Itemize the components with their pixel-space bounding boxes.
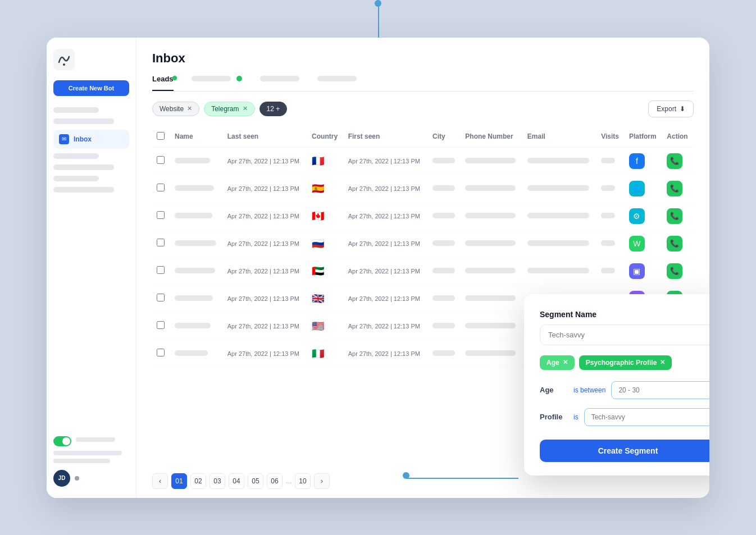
segment-tag-psychographic-close[interactable]: ✕: [660, 359, 665, 366]
name-skeleton-0: [175, 158, 210, 163]
filter-chip-more[interactable]: 12 +: [259, 102, 288, 116]
col-last-seen: Last seen: [223, 126, 307, 148]
name-skeleton-4: [175, 268, 215, 273]
pagination-page-1[interactable]: 01: [171, 473, 187, 489]
segment-tag-age-close[interactable]: ✕: [563, 359, 568, 366]
first-seen-3: Apr 27th, 2022 | 12:13 PM: [344, 230, 428, 257]
pagination-prev[interactable]: ‹: [152, 473, 168, 489]
toggle-switch[interactable]: [53, 436, 71, 446]
row-checkbox-4[interactable]: [157, 266, 165, 274]
profile-filter-input[interactable]: [584, 408, 709, 426]
name-skeleton-7: [175, 350, 208, 356]
phone-skeleton-4: [465, 268, 516, 273]
col-name: Name: [170, 126, 223, 148]
visits-skeleton-4: [601, 268, 615, 273]
pagination-next[interactable]: ›: [314, 473, 330, 489]
row-checkbox-6[interactable]: [157, 321, 165, 329]
call-button-1[interactable]: 📞: [667, 181, 682, 196]
pagination-page-10[interactable]: 10: [295, 473, 311, 489]
country-flag-3: 🇷🇺: [307, 230, 344, 257]
age-filter-label: Age: [540, 386, 568, 394]
profile-filter-operator[interactable]: is: [573, 413, 579, 421]
bottom-skeleton-1: [53, 451, 122, 455]
call-button-0[interactable]: 📞: [667, 153, 682, 169]
connector-line-bottom: [406, 478, 518, 479]
visits-skeleton-2: [601, 213, 615, 218]
email-skeleton-1: [527, 185, 589, 191]
pagination-page-2[interactable]: 02: [190, 473, 206, 489]
row-checkbox-2[interactable]: [157, 211, 165, 219]
sidebar-skeleton-4: [53, 164, 114, 170]
segment-panel: Segment Name Age ✕ Psychographic Profile…: [524, 294, 709, 475]
city-skeleton-5: [432, 295, 455, 301]
pagination-page-6[interactable]: 06: [267, 473, 283, 489]
platform-icon-0: f: [629, 153, 645, 169]
export-button[interactable]: Export ⬇: [648, 100, 694, 117]
city-skeleton-2: [432, 213, 455, 218]
create-bot-button[interactable]: Create New Bot: [53, 80, 129, 96]
col-platform: Platform: [625, 126, 662, 148]
tab-leads[interactable]: Leads: [152, 75, 174, 91]
segment-tag-age[interactable]: Age ✕: [540, 355, 575, 370]
sidebar: Create New Bot ✉ Inbox JD: [47, 38, 136, 498]
create-segment-button[interactable]: Create Segment: [540, 440, 709, 462]
website-chip-close[interactable]: ✕: [187, 105, 192, 112]
telegram-chip-close[interactable]: ✕: [243, 105, 248, 112]
segment-tag-psychographic[interactable]: Psychographic Profile ✕: [579, 355, 672, 370]
platform-icon-4: ▣: [629, 263, 645, 279]
call-button-3[interactable]: 📞: [667, 236, 682, 252]
age-filter-operator[interactable]: is between: [573, 386, 605, 394]
last-seen-5: Apr 27th, 2022 | 12:13 PM: [223, 285, 307, 312]
city-skeleton-4: [432, 268, 455, 273]
tab-2[interactable]: [192, 75, 242, 91]
inbox-header: Inbox Leads: [136, 38, 709, 92]
sidebar-item-inbox[interactable]: ✉ Inbox: [53, 130, 129, 149]
city-skeleton-0: [432, 158, 455, 163]
visits-skeleton-3: [601, 240, 615, 246]
row-checkbox-1[interactable]: [157, 184, 165, 191]
pagination-page-3[interactable]: 03: [210, 473, 225, 489]
sidebar-skeleton-3: [53, 153, 99, 159]
segment-name-input[interactable]: [540, 324, 709, 345]
country-flag-0: 🇫🇷: [307, 147, 344, 175]
page-title: Inbox: [152, 51, 694, 66]
tab-4[interactable]: [317, 75, 357, 91]
country-flag-4: 🇦🇪: [307, 257, 344, 285]
filter-chip-telegram[interactable]: Telegram ✕: [204, 102, 254, 116]
platform-icon-3: W: [629, 236, 645, 252]
last-seen-1: Apr 27th, 2022 | 12:13 PM: [223, 175, 307, 202]
col-email: Email: [523, 126, 596, 148]
call-button-4[interactable]: 📞: [667, 263, 682, 279]
svg-point-1: [63, 63, 65, 66]
country-flag-5: 🇬🇧: [307, 285, 344, 312]
first-seen-7: Apr 27th, 2022 | 12:13 PM: [344, 340, 428, 367]
call-button-2[interactable]: 📞: [667, 208, 682, 224]
tab-2-skeleton: [192, 76, 231, 81]
name-skeleton-6: [175, 323, 211, 328]
country-flag-6: 🇺🇸: [307, 312, 344, 340]
pagination-page-5[interactable]: 05: [248, 473, 263, 489]
phone-skeleton-5: [465, 295, 516, 301]
app-logo: [53, 49, 75, 70]
row-checkbox-0[interactable]: [157, 156, 165, 164]
first-seen-6: Apr 27th, 2022 | 12:13 PM: [344, 312, 428, 340]
tab-3[interactable]: [260, 75, 299, 91]
tabs-row: Leads: [152, 75, 694, 92]
tab-2-dot: [236, 76, 242, 81]
last-seen-0: Apr 27th, 2022 | 12:13 PM: [223, 147, 307, 175]
row-checkbox-3[interactable]: [157, 239, 165, 246]
col-city: City: [428, 126, 461, 148]
bottom-skeleton-2: [53, 459, 110, 463]
city-skeleton-7: [432, 350, 455, 356]
row-checkbox-7[interactable]: [157, 349, 165, 356]
row-checkbox-5[interactable]: [157, 294, 165, 301]
city-skeleton-1: [432, 185, 455, 191]
age-filter-input[interactable]: [611, 381, 709, 399]
sidebar-bottom: JD: [53, 436, 129, 487]
email-skeleton-2: [527, 213, 589, 218]
filter-chip-website[interactable]: Website ✕: [152, 102, 199, 116]
select-all-checkbox[interactable]: [157, 132, 165, 140]
table-row: Apr 27th, 2022 | 12:13 PM 🇪🇸 Apr 27th, 2…: [152, 175, 694, 202]
pagination-page-4[interactable]: 04: [229, 473, 244, 489]
phone-skeleton-3: [465, 240, 516, 246]
